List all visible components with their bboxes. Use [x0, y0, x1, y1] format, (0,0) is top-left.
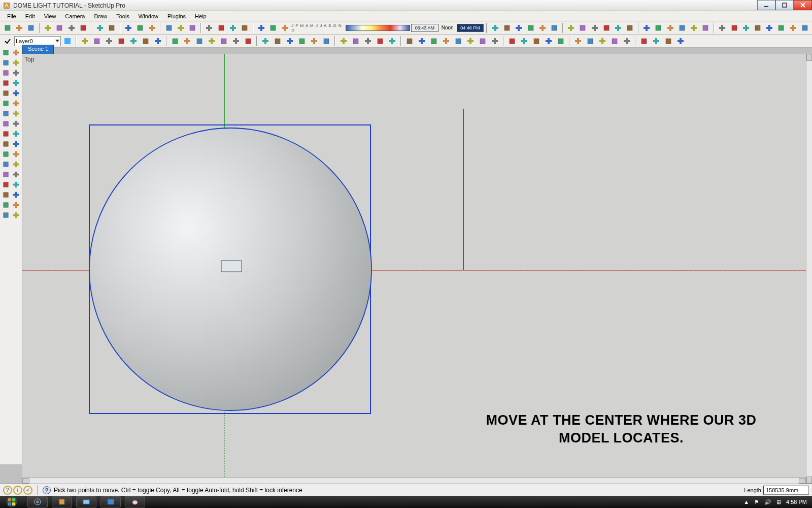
menu-file[interactable]: File [3, 12, 20, 20]
toolbar-timeC[interactable] [537, 22, 548, 34]
tool-zoom[interactable] [1, 170, 11, 179]
toolbar-paste[interactable] [66, 22, 77, 34]
toolbar-t1[interactable] [740, 22, 751, 34]
tray-clock[interactable]: 4:58 PM [786, 499, 807, 505]
menu-draw[interactable]: Draw [90, 12, 111, 20]
tool-pushpull[interactable] [1, 99, 11, 108]
tool-orbit[interactable] [1, 160, 11, 169]
tool-axes-tool[interactable] [11, 139, 21, 149]
toolbar2-house1[interactable] [79, 36, 90, 47]
tray-volume-icon[interactable]: 🔊 [764, 499, 771, 505]
menu-plugins[interactable]: Plugins [163, 12, 190, 20]
tool-hide[interactable] [11, 210, 21, 220]
toolbar-t4[interactable] [776, 22, 787, 34]
minimize-button[interactable] [757, 0, 775, 10]
toolbar-n1[interactable] [676, 22, 687, 34]
tool-look-around[interactable] [11, 180, 21, 189]
tool-walk-tool[interactable] [1, 180, 11, 189]
menu-view[interactable]: View [40, 12, 60, 20]
toolbar2-cube5[interactable] [296, 36, 308, 47]
tool-rotate[interactable] [1, 109, 11, 118]
toolbar2-edge1[interactable] [489, 36, 500, 47]
tool-circle[interactable] [11, 78, 21, 88]
time-gradient[interactable] [346, 25, 410, 31]
toolbar-sandbox[interactable] [566, 22, 577, 34]
tool-dimension[interactable] [1, 139, 11, 149]
toolbar-toggle[interactable] [613, 22, 623, 34]
tool-select[interactable] [1, 48, 11, 57]
toolbar2-style5[interactable] [675, 36, 686, 47]
toolbar-fog[interactable] [280, 22, 290, 34]
tool-line[interactable] [1, 68, 11, 78]
length-field[interactable]: 158535.9mm [763, 486, 809, 495]
toolbar-grid[interactable] [589, 22, 600, 34]
toolbar2-cube4[interactable] [284, 36, 295, 47]
toolbar-bulb[interactable] [216, 22, 226, 34]
toolbar2-cube2[interactable] [260, 36, 271, 47]
toolbar2-style2[interactable] [638, 36, 650, 47]
tool-section-plane[interactable] [1, 190, 11, 200]
toolbar2-style3[interactable] [651, 36, 662, 47]
tray-arrow-icon[interactable]: ▲ [743, 499, 749, 505]
toolbar2-shell1[interactable] [321, 36, 332, 47]
toolbar2-solid5[interactable] [206, 36, 217, 47]
task-explorer[interactable] [76, 496, 96, 507]
toolbar2-house2[interactable] [91, 36, 103, 47]
toolbar-timeA[interactable] [514, 22, 524, 34]
task-sketchup[interactable] [52, 496, 72, 507]
toolbar-shadow-info[interactable] [187, 22, 198, 34]
toolbar2-house5[interactable] [128, 36, 139, 47]
maximize-button[interactable] [775, 0, 794, 10]
badge-tip[interactable]: ? [3, 486, 12, 495]
help-icon[interactable]: ? [43, 486, 51, 494]
toolbar2-style4[interactable] [663, 36, 674, 47]
toolbar-redo[interactable] [107, 22, 117, 34]
toolbar-n5[interactable] [729, 22, 739, 34]
toolbar-settings[interactable] [268, 22, 279, 34]
toolbar2-dim1[interactable] [531, 36, 542, 47]
toolbar2-solid1[interactable] [152, 36, 163, 47]
tool-protractor[interactable] [11, 129, 21, 139]
layer-color[interactable] [62, 36, 73, 47]
tool-rectangle[interactable] [1, 78, 11, 88]
toolbar2-solid2[interactable] [170, 36, 181, 47]
toolbar-model-info[interactable] [135, 22, 146, 34]
menu-camera[interactable]: Camera [61, 12, 89, 20]
toolbar-end[interactable] [799, 22, 810, 34]
toolbar2-sandbox1[interactable] [387, 36, 398, 47]
tool-move[interactable] [11, 99, 21, 108]
toolbar-n2[interactable] [688, 22, 699, 34]
viewport[interactable]: MOVE AT THE CENTER WHERE OUR 3D MODEL LO… [22, 54, 806, 484]
toolbar2-walk[interactable] [585, 36, 596, 47]
toolbar-undo[interactable] [94, 22, 105, 34]
time-right[interactable]: 04:46 PM [457, 24, 484, 32]
toolbar2-cube1[interactable] [243, 36, 254, 47]
tool-eraser[interactable] [11, 48, 21, 57]
toolbar-play[interactable] [256, 22, 267, 34]
close-button[interactable] [794, 0, 812, 10]
tool-component-edit[interactable] [11, 58, 21, 68]
toolbar2-lookaround[interactable] [597, 36, 608, 47]
vertical-scrollbar[interactable] [806, 54, 812, 484]
badge-lock[interactable]: i [13, 486, 22, 495]
toolbar-preferences[interactable] [147, 22, 157, 34]
tool-3dtext[interactable] [11, 149, 21, 159]
task-photoviewer[interactable] [100, 496, 121, 507]
toolbar2-sandbox7[interactable] [465, 36, 476, 47]
toolbar2-axes[interactable] [519, 36, 530, 47]
tool-show-hidden[interactable] [1, 210, 11, 220]
toolbar-hdri[interactable] [665, 22, 675, 34]
menu-tools[interactable]: Tools [112, 12, 133, 20]
toolbar-t3[interactable] [764, 22, 775, 34]
toolbar2-sandbox8[interactable] [477, 36, 488, 47]
toolbar2-shell3[interactable] [350, 36, 361, 47]
task-paint[interactable] [125, 496, 145, 507]
toolbar2-edge2[interactable] [506, 36, 518, 47]
toolbar-cut[interactable] [43, 22, 53, 34]
toolbar-vsphere[interactable] [653, 22, 664, 34]
toolbar2-house4[interactable] [116, 36, 127, 47]
menu-window[interactable]: Window [134, 12, 162, 20]
toolbar-delete[interactable] [78, 22, 88, 34]
tool-tape[interactable] [1, 129, 11, 139]
toolbar-sun2[interactable] [601, 22, 612, 34]
